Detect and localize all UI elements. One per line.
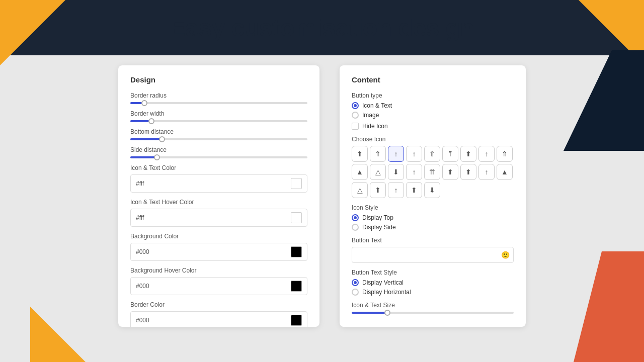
radio-display-horizontal-circle[interactable]: [352, 289, 359, 296]
radio-display-vertical-label: Display Vertical: [362, 279, 404, 286]
icon-style-label: Icon Style: [352, 204, 514, 211]
border-width-label: Border width: [130, 110, 307, 117]
icon-btn-19[interactable]: ⬆: [370, 182, 386, 198]
choose-icon-label: Choose Icon: [352, 136, 514, 143]
page-title: Easy customisation design: [170, 14, 474, 42]
radio-display-side-circle[interactable]: [352, 224, 359, 231]
icon-text-hover-color-label: Icon & Text Hover Color: [130, 199, 307, 206]
border-color-label: Border Color: [130, 301, 307, 308]
icon-btn-8[interactable]: ⇑: [497, 146, 513, 162]
radio-display-vertical-dot: [354, 281, 357, 284]
icon-text-hover-color-field[interactable]: [130, 209, 307, 227]
radio-display-side-label: Display Side: [362, 224, 396, 231]
icon-btn-17[interactable]: ▲: [497, 164, 513, 180]
radio-display-vertical-circle[interactable]: [352, 279, 359, 286]
icon-btn-22[interactable]: ⬇: [424, 182, 440, 198]
icon-btn-0[interactable]: ⬆: [352, 146, 368, 162]
border-color-field[interactable]: [130, 311, 307, 327]
button-type-label: Button type: [352, 92, 514, 99]
icon-btn-6[interactable]: ⬆: [460, 146, 476, 162]
radio-display-side[interactable]: Display Side: [352, 224, 514, 231]
radio-display-vertical[interactable]: Display Vertical: [352, 279, 514, 286]
border-radius-label: Border radius: [130, 92, 307, 99]
radio-icon-text-dot: [354, 104, 357, 107]
border-color-swatch[interactable]: [291, 315, 302, 326]
icon-btn-20[interactable]: ↑: [388, 182, 404, 198]
icon-grid: ⬆ ⇑ ↑ ↑ ⇧ ⤒ ⬆ ↑ ⇑ ▲ △ ⬇ ↑ ⇈ ⬆ ⬆ ↑ ▲ △ ⬆ …: [352, 146, 514, 198]
icon-btn-12[interactable]: ↑: [406, 164, 422, 180]
icon-btn-10[interactable]: △: [370, 164, 386, 180]
icon-btn-13[interactable]: ⇈: [424, 164, 440, 180]
icon-btn-18[interactable]: △: [352, 182, 368, 198]
bg-hover-color-swatch[interactable]: [291, 281, 302, 292]
button-text-label: Button Text: [352, 237, 514, 244]
border-color-input[interactable]: [136, 317, 291, 324]
icon-btn-1[interactable]: ⇑: [370, 146, 386, 162]
radio-image[interactable]: Image: [352, 112, 514, 119]
icon-btn-14[interactable]: ⬆: [442, 164, 458, 180]
icon-btn-3[interactable]: ↑: [406, 146, 422, 162]
icon-btn-21[interactable]: ⬆: [406, 182, 422, 198]
icon-text-hover-color-input[interactable]: [136, 214, 291, 221]
icon-btn-9[interactable]: ▲: [352, 164, 368, 180]
bg-hover-color-field[interactable]: [130, 277, 307, 295]
icon-style-group: Display Top Display Side: [352, 214, 514, 231]
button-text-style-group: Display Vertical Display Horizontal: [352, 279, 514, 296]
radio-display-horizontal[interactable]: Display Horizontal: [352, 289, 514, 296]
radio-icon-text-circle[interactable]: [352, 102, 359, 109]
icon-btn-2[interactable]: ↑: [388, 146, 404, 162]
content-panel-title: Content: [352, 75, 514, 84]
bg-color-input[interactable]: [136, 248, 291, 255]
icon-text-size-slider[interactable]: [352, 312, 514, 314]
icon-text-size-label: Icon & Text Size: [352, 302, 514, 309]
radio-display-horizontal-label: Display Horizontal: [362, 289, 411, 296]
radio-display-top-dot: [354, 216, 357, 219]
icon-btn-4[interactable]: ⇧: [424, 146, 440, 162]
border-width-slider[interactable]: [130, 120, 307, 122]
title-area: Easy customisation design: [0, 0, 644, 55]
icon-btn-15[interactable]: ⬆: [460, 164, 476, 180]
radio-display-top[interactable]: Display Top: [352, 214, 514, 221]
design-panel: Design Border radius Border width Bottom…: [118, 65, 319, 327]
cards-container: Design Border radius Border width Bottom…: [0, 65, 644, 362]
bg-hover-color-input[interactable]: [136, 283, 291, 290]
content-panel: Content Button type Icon & Text Image Hi…: [340, 65, 526, 327]
button-text-wrapper: 🙂: [352, 247, 514, 263]
radio-display-top-label: Display Top: [362, 214, 393, 221]
bottom-distance-slider[interactable]: [130, 138, 307, 140]
emoji-icon: 🙂: [501, 251, 510, 259]
icon-text-hover-color-swatch[interactable]: [291, 212, 302, 223]
hide-icon-label: Hide Icon: [362, 123, 388, 130]
side-distance-slider[interactable]: [130, 156, 307, 158]
side-distance-label: Side distance: [130, 146, 307, 153]
bg-color-field[interactable]: [130, 243, 307, 261]
radio-icon-text-label: Icon & Text: [362, 102, 392, 109]
icon-text-color-field[interactable]: [130, 174, 307, 193]
hide-icon-checkbox[interactable]: Hide Icon: [352, 123, 514, 130]
icon-btn-16[interactable]: ↑: [478, 164, 495, 180]
border-radius-slider[interactable]: [130, 102, 307, 104]
icon-text-color-label: Icon & Text Color: [130, 164, 307, 171]
button-text-input[interactable]: [352, 247, 514, 263]
bg-color-label: Background Color: [130, 233, 307, 240]
icon-btn-11[interactable]: ⬇: [388, 164, 404, 180]
button-text-style-label: Button Text Style: [352, 269, 514, 276]
icon-text-color-input[interactable]: [136, 180, 291, 187]
radio-image-label: Image: [362, 112, 379, 119]
icon-btn-7[interactable]: ↑: [478, 146, 495, 162]
radio-image-circle[interactable]: [352, 112, 359, 119]
icon-btn-5[interactable]: ⤒: [442, 146, 458, 162]
bg-color-swatch[interactable]: [291, 246, 302, 257]
hide-icon-box[interactable]: [352, 123, 359, 130]
design-panel-title: Design: [130, 75, 307, 84]
button-type-group: Icon & Text Image: [352, 102, 514, 119]
radio-display-top-circle[interactable]: [352, 214, 359, 221]
bg-hover-color-label: Background Hover Color: [130, 267, 307, 274]
bottom-distance-label: Bottom distance: [130, 128, 307, 135]
icon-text-color-swatch[interactable]: [291, 178, 302, 189]
radio-icon-text[interactable]: Icon & Text: [352, 102, 514, 109]
